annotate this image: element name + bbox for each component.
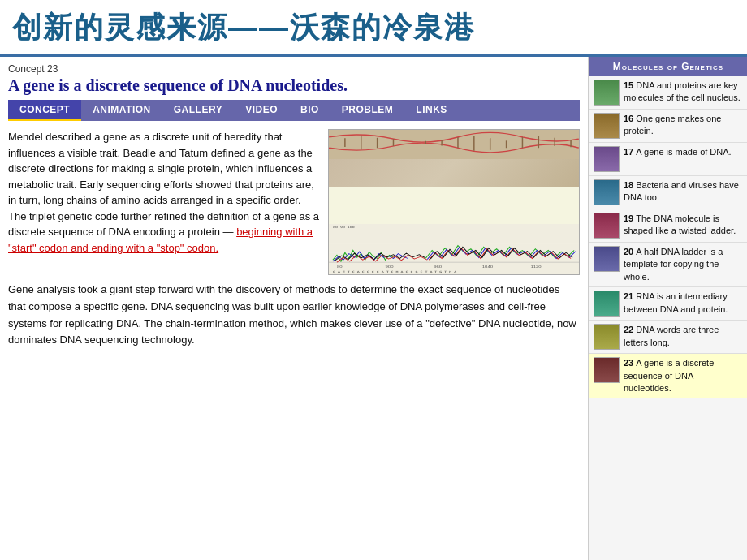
main-wrapper: Concept 23 A gene is a discrete sequence… (0, 57, 747, 560)
sidebar-thumb-17 (594, 146, 620, 172)
sidebar-text-16: 16One gene makes one protein. (624, 113, 743, 138)
sidebar-title: Molecules of Genetics (589, 57, 747, 76)
svg-text:1120: 1120 (530, 265, 542, 269)
sidebar-text-19: 19The DNA molecule is shaped like a twis… (624, 213, 743, 238)
tab-bio[interactable]: BIO (289, 100, 330, 121)
sidebar-item-16[interactable]: 16One gene makes one protein. (589, 110, 747, 143)
dna-image: 80 900 960 1040 1120 G A E T C A C C C C… (328, 129, 580, 275)
sidebar-item-22[interactable]: 22DNA words are three letters long. (589, 321, 747, 354)
sidebar-text-18: 18Bacteria and viruses have DNA too. (624, 179, 743, 205)
tab-gallery[interactable]: GALLERY (162, 100, 234, 121)
tab-concept[interactable]: CONCEPT (8, 100, 81, 121)
paragraph2: Gene analysis took a giant step forward … (8, 282, 580, 349)
sidebar-thumb-21 (594, 291, 620, 317)
svg-text:960: 960 (434, 265, 442, 269)
body-content: Mendel described a gene as a discrete un… (8, 129, 580, 275)
sidebar-thumb-20 (594, 246, 620, 272)
svg-text:80           90           100: 80 90 100 (333, 226, 356, 229)
title-bar: 创新的灵感来源——沃森的冷泉港 (0, 0, 747, 57)
tab-links[interactable]: LINKS (404, 100, 459, 121)
sidebar-item-19[interactable]: 19The DNA molecule is shaped like a twis… (589, 209, 747, 243)
concept-label: Concept 23 (8, 63, 580, 75)
sidebar-item-15[interactable]: 15DNA and proteins are key molecules of … (589, 76, 747, 110)
svg-text:G A E T C A C C C C A T C H A : G A E T C A C C C C A T C H A C C G C T … (333, 270, 457, 274)
sidebar-text-17: 17A gene is made of DNA. (624, 146, 732, 158)
paragraph1: Mendel described a gene as a discrete un… (8, 129, 320, 256)
sidebar-text-21: 21RNA is an intermediary between DNA and… (624, 291, 743, 316)
helix-area (329, 130, 579, 195)
sidebar-text-15: 15DNA and proteins are key molecules of … (624, 80, 743, 105)
text-column: Mendel described a gene as a discrete un… (8, 129, 320, 275)
svg-text:80: 80 (337, 265, 343, 269)
tab-animation[interactable]: ANIMATION (81, 100, 162, 121)
svg-text:900: 900 (386, 265, 394, 269)
content-area: Concept 23 A gene is a discrete sequence… (0, 57, 589, 560)
concept-title: A gene is a discrete sequence of DNA nuc… (8, 76, 580, 95)
seq-chart: 80 900 960 1040 1120 G A E T C A C C C C… (329, 187, 579, 274)
paragraph1-normal: Mendel described a gene as a discrete un… (8, 131, 319, 238)
sidebar-text-23: 23A gene is a discrete sequence of DNA n… (624, 357, 743, 394)
sidebar-item-21[interactable]: 21RNA is an intermediary between DNA and… (589, 287, 747, 321)
tab-problem[interactable]: PROBLEM (330, 100, 405, 121)
sidebar-text-20: 20A half DNA ladder is a template for co… (624, 246, 743, 283)
sidebar-item-17[interactable]: 17A gene is made of DNA. (589, 143, 747, 176)
sidebar-text-22: 22DNA words are three letters long. (624, 324, 743, 349)
sidebar-thumb-16 (594, 113, 620, 139)
svg-rect-16 (329, 224, 579, 274)
sidebar-thumb-18 (594, 179, 620, 205)
nav-tabs: CONCEPT ANIMATION GALLERY VIDEO BIO PROB… (8, 100, 580, 121)
sidebar-item-23[interactable]: 23A gene is a discrete sequence of DNA n… (589, 354, 747, 398)
sidebar-thumb-15 (594, 80, 620, 106)
page-title: 创新的灵感来源——沃森的冷泉港 (12, 8, 735, 48)
sidebar: Molecules of Genetics 15DNA and proteins… (589, 57, 747, 560)
sidebar-thumb-19 (594, 213, 620, 239)
sidebar-item-18[interactable]: 18Bacteria and viruses have DNA too. (589, 176, 747, 209)
tab-video[interactable]: VIDEO (234, 100, 289, 121)
sidebar-thumb-23 (594, 357, 620, 383)
sidebar-item-20[interactable]: 20A half DNA ladder is a template for co… (589, 243, 747, 287)
sidebar-thumb-22 (594, 324, 620, 350)
svg-text:1040: 1040 (482, 265, 494, 269)
